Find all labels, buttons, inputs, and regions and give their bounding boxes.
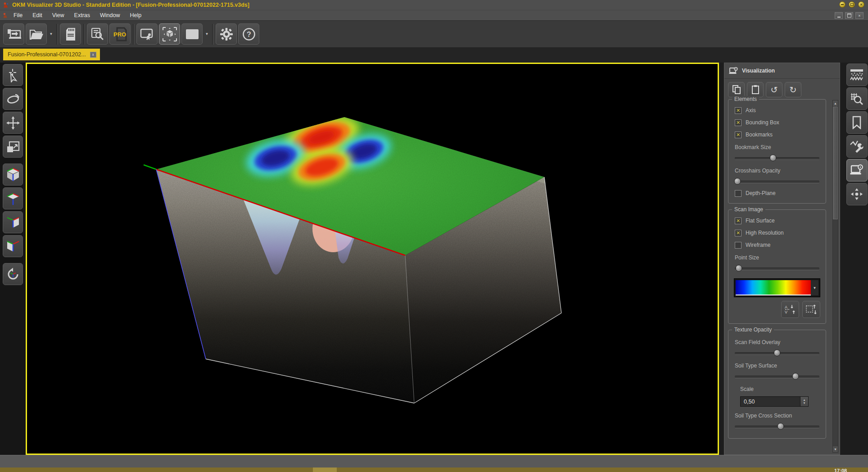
depth-plane-label: Depth-Plane xyxy=(746,190,776,196)
undo-icon: ↺ xyxy=(771,85,778,95)
flat-surface-checkbox-row[interactable]: ✕ Flat Surface xyxy=(735,217,820,224)
menu-edit[interactable]: Edit xyxy=(27,11,47,19)
view-3d-cube-button[interactable] xyxy=(3,163,23,186)
invert-values-button[interactable]: A V xyxy=(781,301,799,318)
scroll-up-icon[interactable]: ▲ xyxy=(833,100,838,106)
scan-field-overlay-slider[interactable] xyxy=(735,349,819,357)
wireframe-checkbox[interactable]: ✕ xyxy=(735,242,741,249)
menu-window[interactable]: Window xyxy=(95,11,125,19)
memory-card-button[interactable] xyxy=(60,23,81,45)
bookmarks-button[interactable] xyxy=(846,111,868,134)
axis-checkbox-row[interactable]: ✕ Axis xyxy=(735,107,820,114)
bookmark-size-slider[interactable] xyxy=(735,154,819,162)
texture-opacity-group: Texture Opacity Scan Field Overlay Soil … xyxy=(728,330,826,439)
visualization-panel: Visualization ↺ xyxy=(724,63,840,455)
menu-file[interactable]: File xyxy=(9,11,27,19)
mdi-close-button[interactable]: × xyxy=(855,12,863,19)
view-3d-button[interactable] xyxy=(159,23,180,45)
depth-plane-checkbox-row[interactable]: ✕ Depth-Plane xyxy=(735,190,820,197)
menu-view[interactable]: View xyxy=(47,11,69,19)
high-resolution-checkbox-row[interactable]: ✕ High Resolution xyxy=(735,229,820,236)
scan-analysis-button[interactable] xyxy=(846,87,868,110)
refresh-button[interactable]: ↻ xyxy=(785,82,801,97)
taskbar-button-segment[interactable] xyxy=(313,467,337,472)
orbit-rotate-button[interactable] xyxy=(3,88,23,110)
crosshairs-opacity-slider[interactable] xyxy=(735,178,819,185)
undo-button[interactable]: ↺ xyxy=(766,82,782,97)
app-logo-icon xyxy=(3,2,9,8)
axis-checkbox[interactable]: ✕ xyxy=(735,107,741,114)
zoom-resize-button[interactable] xyxy=(3,136,23,158)
scale-spinbox[interactable]: 0,50 ▲▼ xyxy=(740,396,809,407)
title-bar: OKM Visualizer 3D Studio - Standard Edit… xyxy=(0,0,868,10)
toolbar-separator xyxy=(83,24,85,45)
wireframe-checkbox-row[interactable]: ✕ Wireframe xyxy=(735,241,820,249)
bounding-box-checkbox-row[interactable]: ✕ Bounding Box xyxy=(735,119,820,126)
scan-3d-viewport[interactable] xyxy=(26,63,719,455)
ground-layers-button[interactable] xyxy=(846,64,868,86)
view-front-button[interactable] xyxy=(3,235,23,257)
import-scan-button[interactable] xyxy=(3,23,24,45)
copy-settings-button[interactable] xyxy=(728,82,745,97)
file-preview-button[interactable] xyxy=(87,23,108,45)
bookmarks-checkbox[interactable]: ✕ xyxy=(735,132,741,138)
scale-value[interactable]: 0,50 xyxy=(741,397,800,406)
touch-mode-button[interactable] xyxy=(136,23,158,45)
scroll-down-icon[interactable]: ▼ xyxy=(833,446,838,452)
invert-values-icon: A V xyxy=(784,304,796,315)
menu-extras[interactable]: Extras xyxy=(69,11,95,19)
scan-image-group-title: Scan Image xyxy=(732,206,765,213)
open-file-button[interactable] xyxy=(26,23,47,45)
display-mode-icon xyxy=(185,28,199,40)
soil-type-surface-slider[interactable] xyxy=(735,373,819,380)
help-button[interactable]: ? xyxy=(238,23,259,45)
colormap-selector[interactable]: ▼ xyxy=(734,278,820,297)
open-file-dropdown[interactable]: ▼ xyxy=(48,23,54,45)
svg-text:V: V xyxy=(785,310,787,314)
view-side-button[interactable] xyxy=(3,211,23,233)
flip-range-button[interactable] xyxy=(802,301,820,318)
view-top-button[interactable] xyxy=(3,187,23,209)
soil-type-cross-section-slider[interactable] xyxy=(735,423,819,430)
depth-plane-checkbox[interactable]: ✕ xyxy=(735,190,741,197)
panel-scrollbar[interactable]: ▲ ▼ xyxy=(832,100,838,453)
axis-label: Axis xyxy=(746,107,756,113)
close-button[interactable]: × xyxy=(858,1,864,8)
mdi-restore-button[interactable] xyxy=(845,12,853,19)
mdi-minimize-button[interactable] xyxy=(835,12,843,19)
tab-fusion-professional[interactable]: Fusion-Professional-0701202... x xyxy=(3,49,100,60)
visualization-settings-button[interactable] xyxy=(846,159,868,182)
move-controls-button[interactable] xyxy=(846,183,868,205)
refresh-icon: ↻ xyxy=(790,85,797,95)
menu-help[interactable]: Help xyxy=(125,11,146,19)
reset-view-button[interactable] xyxy=(3,263,23,285)
window-title: OKM Visualizer 3D Studio - Standard Edit… xyxy=(12,2,249,8)
soil-type-surface-label: Soil Type Surface xyxy=(735,363,820,369)
maximize-button[interactable] xyxy=(849,1,855,8)
left-tool-strip xyxy=(0,63,26,455)
scan-analysis-icon xyxy=(850,91,864,106)
display-mode-button[interactable] xyxy=(181,23,203,45)
display-mode-dropdown[interactable]: ▼ xyxy=(204,23,210,45)
scale-spin-arrows[interactable]: ▲▼ xyxy=(800,397,808,406)
paste-settings-button[interactable] xyxy=(747,82,764,97)
pro-version-button[interactable]: PRO xyxy=(109,23,131,45)
bookmarks-checkbox-row[interactable]: ✕ Bookmarks xyxy=(735,131,820,138)
settings-button[interactable] xyxy=(216,23,237,45)
colormap-dropdown-icon[interactable]: ▼ xyxy=(811,280,818,295)
tab-close-button[interactable]: x xyxy=(90,52,96,58)
scrollbar-thumb[interactable] xyxy=(833,107,838,219)
minimize-button[interactable] xyxy=(839,1,845,8)
high-resolution-checkbox[interactable]: ✕ xyxy=(735,230,741,236)
select-crosshair-button[interactable] xyxy=(3,64,23,86)
touch-mode-icon xyxy=(140,28,154,41)
bounding-box-checkbox[interactable]: ✕ xyxy=(735,119,741,126)
scan-image-group: Scan Image ✕ Flat Surface ✕ High Resolut… xyxy=(728,209,826,324)
ground-scan-3d-scene xyxy=(27,64,718,454)
view-side-icon xyxy=(5,215,21,230)
pan-move-button[interactable] xyxy=(3,112,23,134)
signal-tools-button[interactable] xyxy=(846,135,868,158)
point-size-slider[interactable] xyxy=(735,265,819,272)
scale-block: Scale 0,50 ▲▼ xyxy=(740,386,820,407)
flat-surface-checkbox[interactable]: ✕ xyxy=(735,218,741,224)
